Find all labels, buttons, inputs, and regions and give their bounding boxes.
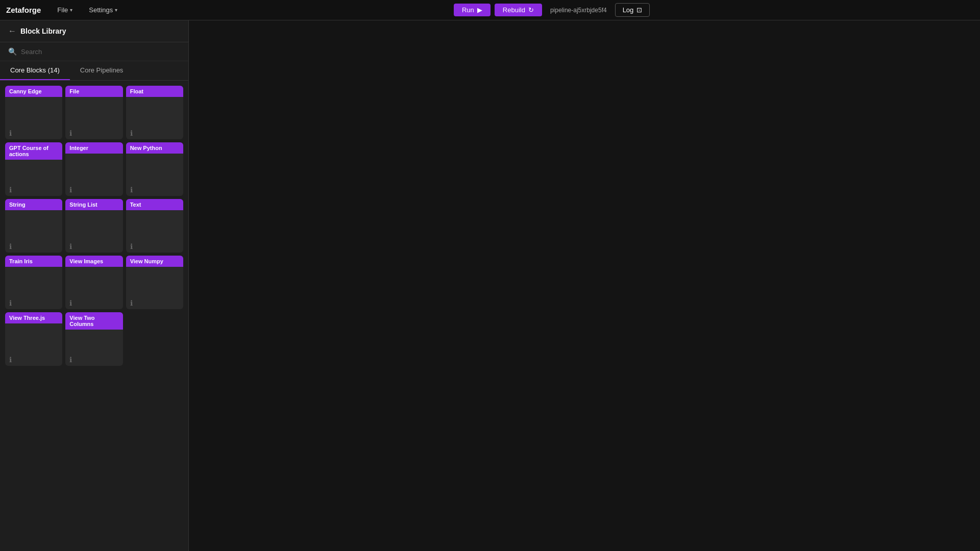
info-icon[interactable]: ℹ — [130, 299, 133, 307]
block-title: New Python — [126, 142, 183, 154]
info-icon[interactable]: ℹ — [69, 242, 72, 251]
info-icon[interactable]: ℹ — [69, 129, 72, 137]
block-title: Train Iris — [5, 256, 62, 267]
block-footer: ℹ — [5, 240, 62, 253]
topbar: Zetaforge File ▾ Settings ▾ Run ▶ Rebuil… — [0, 0, 980, 20]
tab-core-blocks[interactable]: Core Blocks (14) — [0, 61, 70, 80]
block-footer: ℹ — [126, 127, 183, 139]
block-card-view-numpy[interactable]: View Numpyℹ — [126, 256, 183, 309]
block-title: View Images — [65, 256, 122, 267]
block-title: GPT Course of actions — [5, 142, 62, 160]
block-body — [126, 267, 183, 297]
block-title: View Three.js — [5, 312, 62, 323]
block-card-view-two-columns[interactable]: View Two Columnsℹ — [65, 312, 122, 366]
block-footer: ℹ — [5, 354, 62, 366]
block-card-text[interactable]: Textℹ — [126, 199, 183, 253]
block-body — [5, 267, 62, 297]
block-body — [65, 330, 122, 354]
pipeline-id: pipeline-aj5xrbjde5f4 — [550, 7, 607, 14]
log-button[interactable]: Log ⊡ — [615, 3, 650, 17]
play-icon: ▶ — [477, 6, 482, 14]
tabs: Core Blocks (14) Core Pipelines — [0, 61, 188, 81]
block-card-train-iris[interactable]: Train Irisℹ — [5, 256, 62, 309]
blocks-container: Canny EdgeℹFileℹFloatℹGPT Course of acti… — [0, 81, 188, 551]
search-input[interactable] — [21, 48, 180, 56]
file-menu[interactable]: File ▾ — [53, 4, 77, 16]
run-button[interactable]: Run ▶ — [454, 4, 491, 16]
topbar-center: Run ▶ Rebuild ↻ pipeline-aj5xrbjde5f4 Lo… — [130, 3, 974, 17]
info-icon[interactable]: ℹ — [9, 242, 12, 251]
info-icon[interactable]: ℹ — [9, 299, 12, 307]
block-title: Float — [126, 86, 183, 97]
block-card-view-images[interactable]: View Imagesℹ — [65, 256, 122, 309]
info-icon[interactable]: ℹ — [130, 242, 133, 251]
info-icon[interactable]: ℹ — [9, 129, 12, 137]
block-card-integer[interactable]: Integerℹ — [65, 142, 122, 196]
block-footer: ℹ — [65, 127, 122, 139]
block-body — [5, 97, 62, 127]
info-icon[interactable]: ℹ — [130, 129, 133, 137]
block-card-view-three.js[interactable]: View Three.jsℹ — [5, 312, 62, 366]
block-footer: ℹ — [5, 184, 62, 196]
block-body — [65, 154, 122, 184]
info-icon[interactable]: ℹ — [69, 186, 72, 194]
block-body — [126, 154, 183, 184]
block-card-string[interactable]: Stringℹ — [5, 199, 62, 253]
log-icon: ⊡ — [636, 6, 642, 14]
sidebar-header: ← Block Library — [0, 20, 188, 42]
block-body — [65, 267, 122, 297]
sidebar: ← Block Library 🔍 Core Blocks (14) Core … — [0, 20, 189, 551]
block-title: String List — [65, 199, 122, 210]
block-card-float[interactable]: Floatℹ — [126, 86, 183, 139]
search-bar: 🔍 — [0, 42, 188, 61]
block-footer: ℹ — [5, 127, 62, 139]
block-card-new-python[interactable]: New Pythonℹ — [126, 142, 183, 196]
block-title: View Numpy — [126, 256, 183, 267]
block-footer: ℹ — [65, 240, 122, 253]
block-body — [65, 97, 122, 127]
info-icon[interactable]: ℹ — [69, 356, 72, 364]
block-title: Canny Edge — [5, 86, 62, 97]
block-footer: ℹ — [65, 297, 122, 309]
block-body — [126, 210, 183, 240]
blocks-grid: Canny EdgeℹFileℹFloatℹGPT Course of acti… — [5, 86, 183, 366]
search-icon: 🔍 — [8, 47, 17, 56]
block-body — [5, 160, 62, 184]
block-body — [65, 210, 122, 240]
settings-menu[interactable]: Settings ▾ — [85, 4, 121, 16]
block-body — [5, 323, 62, 354]
block-title: File — [65, 86, 122, 97]
block-body — [126, 97, 183, 127]
block-footer: ℹ — [65, 354, 122, 366]
sidebar-title: Block Library — [20, 27, 66, 35]
block-footer: ℹ — [126, 297, 183, 309]
info-icon[interactable]: ℹ — [9, 356, 12, 364]
block-footer: ℹ — [65, 184, 122, 196]
block-card-string-list[interactable]: String Listℹ — [65, 199, 122, 253]
back-arrow-icon[interactable]: ← — [8, 27, 16, 36]
block-footer: ℹ — [126, 184, 183, 196]
block-card-canny-edge[interactable]: Canny Edgeℹ — [5, 86, 62, 139]
block-title: Integer — [65, 142, 122, 154]
block-title: String — [5, 199, 62, 210]
block-card-file[interactable]: Fileℹ — [65, 86, 122, 139]
app-title: Zetaforge — [6, 6, 41, 14]
block-card-gpt-course-of-actions[interactable]: GPT Course of actionsℹ — [5, 142, 62, 196]
block-title: Text — [126, 199, 183, 210]
block-footer: ℹ — [5, 297, 62, 309]
info-icon[interactable]: ℹ — [9, 186, 12, 194]
file-chevron-icon: ▾ — [70, 7, 72, 13]
refresh-icon: ↻ — [528, 6, 534, 14]
settings-chevron-icon: ▾ — [115, 7, 117, 13]
main-canvas — [189, 20, 980, 551]
tab-core-pipelines[interactable]: Core Pipelines — [70, 61, 134, 80]
block-title: View Two Columns — [65, 312, 122, 330]
info-icon[interactable]: ℹ — [130, 186, 133, 194]
rebuild-button[interactable]: Rebuild ↻ — [495, 4, 542, 16]
block-footer: ℹ — [126, 240, 183, 253]
info-icon[interactable]: ℹ — [69, 299, 72, 307]
block-body — [5, 210, 62, 240]
